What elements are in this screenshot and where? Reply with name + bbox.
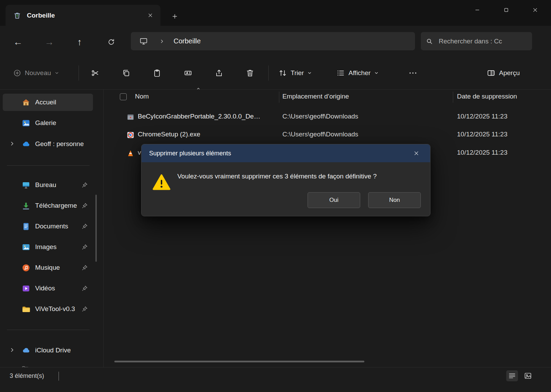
dialog-message: Voulez-vous vraiment supprimer ces 3 élé… [177,172,422,181]
sidebar-item-label: Téléchargeme [35,202,77,209]
pin-icon [81,202,88,209]
sidebar-item-vivetool[interactable]: ViVeTool-v0.3 [3,300,93,318]
dialog-close-icon[interactable] [410,147,423,159]
yes-button[interactable]: Oui [308,192,360,208]
expander-chevron-icon[interactable] [9,347,16,354]
sidebar-item-videos[interactable]: Vidéos [3,280,93,297]
tab-close-icon[interactable] [145,10,156,21]
navigation-bar: ← → ↑ Corbeille [0,26,551,57]
sidebar-item-accueil[interactable]: Accueil [3,94,93,111]
view-toggles [506,370,534,381]
sidebar-item-galerie[interactable]: Galerie [3,114,93,132]
warning-icon [152,173,171,191]
paste-button[interactable] [150,65,164,81]
no-button[interactable]: Non [368,192,421,208]
file-deleted-date: 10/12/2025 11:23 [457,149,508,156]
sidebar-divider [7,165,90,166]
pin-icon [81,244,88,250]
sidebar-item-label: Images [35,243,56,251]
cut-button[interactable] [88,65,102,81]
sidebar-item-label: iCloud Drive [35,347,71,354]
column-header-deleted[interactable]: Date de suppression [457,93,517,100]
pictures-icon [21,243,31,252]
sidebar-item-images[interactable]: Images [3,238,93,256]
forward-button[interactable]: → [43,36,55,48]
sidebar-item-musique[interactable]: Musique [3,259,93,276]
file-name: BeCyIconGrabberPortable_2.30.0.0_De… [138,113,260,120]
dialog-title: Supprimer plusieurs éléments [149,150,231,157]
column-divider[interactable] [453,92,453,103]
thumbnails-view-button[interactable] [522,370,534,381]
horizontal-scrollbar[interactable] [114,361,364,362]
trash-icon [246,69,254,78]
cut-icon [91,69,100,78]
sidebar-scrollbar[interactable] [95,195,97,262]
sort-button[interactable]: Trier [276,65,315,81]
sort-ascending-icon [196,86,201,91]
downloads-icon [21,201,31,210]
sidebar-item-label: Geoff : personne [35,140,84,148]
new-tab-button[interactable] [169,10,180,22]
close-button[interactable] [521,0,550,20]
onedrive-cloud-icon [21,140,31,149]
sidebar-item-telechargements[interactable]: Téléchargeme [3,197,93,214]
sidebar-item-icloud[interactable]: iCloud Drive [3,342,93,359]
view-button[interactable]: Afficher [333,65,382,81]
file-row-becyicongrabber[interactable]: BeCyIconGrabberPortable_2.30.0.0_De… C:\… [114,108,545,126]
breadcrumb-item[interactable]: Corbeille [174,37,201,45]
details-view-button[interactable] [506,370,518,381]
sidebar-item-partial[interactable] [3,364,93,367]
sidebar-item-label: Documents [35,223,68,230]
file-name: v [138,149,141,156]
search-input[interactable] [438,37,527,45]
desktop-icon [21,180,31,190]
preview-button-label: Aperçu [499,69,520,77]
expander-chevron-icon[interactable] [9,141,16,147]
column-header-name[interactable]: Nom [135,93,149,100]
sidebar-item-documents[interactable]: Documents [3,218,93,235]
more-options-button[interactable] [406,65,420,81]
column-divider[interactable] [279,92,279,103]
preview-pane-icon [487,69,496,78]
sidebar-item-label: Galerie [35,119,56,127]
app-box-icon [126,113,135,122]
copy-button[interactable] [119,65,133,81]
search-icon [426,38,433,45]
new-button-label: Nouveau [25,69,51,77]
chevron-down-icon [54,71,59,75]
window-controls [463,0,550,20]
search-box[interactable] [421,32,532,50]
sidebar-item-onedrive[interactable]: Geoff : personne [3,135,93,153]
minimize-button[interactable] [463,0,492,20]
sidebar-item-bureau[interactable]: Bureau [3,176,93,194]
file-row-chromesetup[interactable]: ChromeSetup (2).exe C:\Users\geoff\Downl… [114,126,545,144]
delete-button[interactable] [243,65,257,81]
maximize-button[interactable] [492,0,521,20]
new-button[interactable]: Nouveau [10,65,62,81]
preview-button[interactable]: Aperçu [484,65,522,81]
sidebar-item-label: Bureau [35,181,56,189]
refresh-button[interactable] [105,36,117,48]
tab-corbeille[interactable]: Corbeille [6,5,160,26]
select-all-checkbox[interactable] [120,93,127,100]
titlebar: Corbeille [0,0,551,26]
status-separator [59,372,59,381]
chevron-down-icon [374,71,379,75]
file-deleted-date: 10/12/2025 11:23 [457,131,508,138]
view-button-label: Afficher [349,69,371,77]
paste-icon [153,69,162,78]
document-icon [21,222,31,231]
sidebar-divider [7,330,90,330]
address-bar[interactable]: Corbeille [131,32,415,50]
toolbar-separator [79,65,79,81]
up-button[interactable]: ↑ [73,36,86,48]
rename-button[interactable] [181,65,195,81]
delete-confirmation-dialog: Supprimer plusieurs éléments Voulez-vous… [141,144,430,216]
column-header-origin[interactable]: Emplacement d’origine [282,93,349,100]
back-button[interactable]: ← [12,36,24,48]
vlc-cone-icon [126,149,135,158]
filelist-header: Nom Emplacement d’origine Date de suppre… [114,90,545,105]
copy-icon [122,69,131,78]
share-button[interactable] [212,65,226,81]
plus-circle-icon [13,69,21,77]
